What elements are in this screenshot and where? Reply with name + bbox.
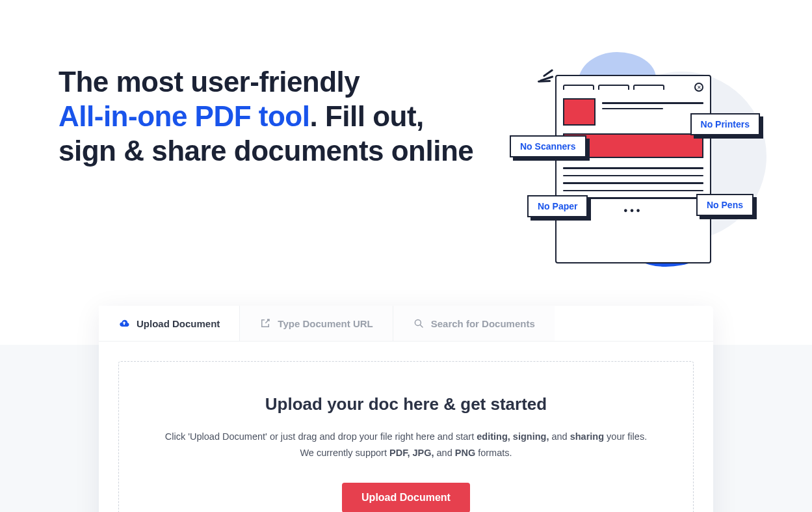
hero-section: The most user-friendly All-in-one PDF to… (0, 0, 812, 306)
hero-headline: The most user-friendly All-in-one PDF to… (59, 59, 473, 168)
headline: The most user-friendly All-in-one PDF to… (59, 65, 473, 168)
search-icon (413, 317, 425, 329)
headline-line2-after: . Fill out, (309, 100, 423, 132)
document-window-icon: ✕ ••• (555, 75, 711, 263)
upload-panel: Upload Document Type Document URL Search… (99, 306, 713, 512)
callout-no-scanners: No Scanners (510, 135, 586, 157)
motion-lines-icon (539, 70, 553, 85)
callout-no-pens: No Pens (696, 194, 753, 216)
tab-search-label: Search for Documents (431, 318, 535, 329)
cloud-upload-icon (118, 317, 130, 329)
dropzone-heading: Upload your doc here & get started (158, 394, 654, 414)
external-link-icon (259, 317, 271, 329)
tab-type-url[interactable]: Type Document URL (240, 306, 393, 341)
tab-url-label: Type Document URL (278, 318, 373, 329)
headline-highlight: All-in-one PDF tool (59, 100, 309, 132)
headline-line1: The most user-friendly (59, 66, 360, 98)
tab-bar: Upload Document Type Document URL Search… (99, 306, 713, 342)
callout-no-printers: No Printers (690, 113, 760, 135)
tab-upload-document[interactable]: Upload Document (99, 306, 240, 341)
upload-document-button[interactable]: Upload Document (342, 483, 470, 512)
callout-no-paper: No Paper (527, 195, 588, 217)
close-icon: ✕ (694, 83, 703, 92)
dropzone[interactable]: Upload your doc here & get started Click… (118, 361, 694, 512)
dropzone-description: Click 'Upload Document' or just drag and… (158, 429, 654, 461)
tab-search-documents[interactable]: Search for Documents (393, 306, 555, 341)
tab-upload-label: Upload Document (137, 318, 220, 329)
hero-illustration: ✕ ••• No Scanners (500, 59, 773, 286)
headline-line3: sign & share documents online (59, 135, 473, 167)
